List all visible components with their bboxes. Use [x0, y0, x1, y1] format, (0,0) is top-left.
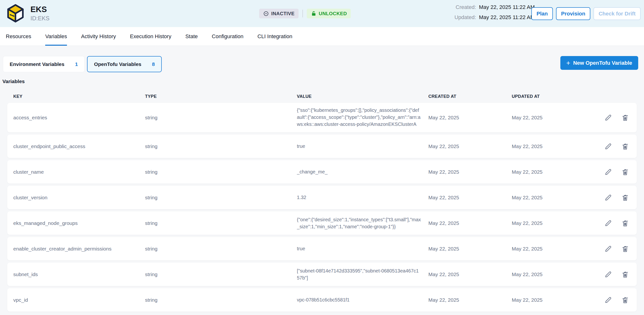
variable-updated-at: May 22, 2025	[512, 297, 582, 303]
edit-variable-button[interactable]	[604, 114, 612, 122]
column-header-created-at: CREATED AT	[428, 94, 512, 99]
edit-variable-button[interactable]	[604, 194, 612, 202]
variable-row: cluster_name string _change_me_ May 22, …	[7, 160, 637, 184]
variable-key: access_entries	[13, 115, 145, 121]
pencil-icon	[604, 245, 612, 253]
variable-type: string	[145, 297, 297, 303]
tab-environment-variables[interactable]: Environment Variables 1	[3, 56, 84, 72]
variable-created-at: May 22, 2025	[428, 143, 512, 149]
edit-variable-button[interactable]	[604, 270, 612, 279]
variable-type: string	[145, 220, 297, 226]
lock-status-badge: UNLOCKED	[307, 9, 351, 18]
plus-icon: +	[566, 60, 570, 66]
pencil-icon	[604, 194, 612, 202]
trash-icon	[621, 245, 629, 253]
tab-configuration[interactable]: Configuration	[212, 27, 244, 46]
trash-icon	[621, 219, 629, 227]
variable-created-at: May 22, 2025	[428, 272, 512, 277]
delete-variable-button[interactable]	[621, 114, 629, 122]
delete-variable-button[interactable]	[621, 168, 629, 176]
variable-updated-at: May 22, 2025	[512, 195, 582, 201]
variable-type-tabs: Environment Variables 1 OpenTofu Variabl…	[3, 56, 162, 72]
variable-created-at: May 22, 2025	[428, 195, 512, 201]
pencil-icon	[604, 114, 612, 122]
delete-variable-button[interactable]	[621, 296, 629, 304]
variable-row: access_entries string {"sso":{"kubernete…	[7, 103, 637, 132]
edit-variable-button[interactable]	[604, 245, 612, 253]
variable-type: string	[145, 169, 297, 175]
edit-variable-button[interactable]	[604, 296, 612, 304]
delete-variable-button[interactable]	[621, 270, 629, 279]
delete-variable-button[interactable]	[621, 219, 629, 227]
updated-label: Updated:	[454, 14, 476, 20]
variable-row: eks_managed_node_groups string {"one":{"…	[7, 211, 637, 235]
environment-meta: Created: May 22, 2025 11:22 AM Updated: …	[454, 4, 535, 20]
variable-updated-at: May 22, 2025	[512, 115, 582, 121]
unlock-icon	[311, 11, 317, 17]
pencil-icon	[604, 219, 612, 227]
environment-header: EKS ID:EKS INACTIVE UNLOCKED Created: Ma…	[0, 0, 644, 27]
variable-row: cluster_version string 1.32 May 22, 2025…	[7, 186, 637, 209]
updated-value: May 22, 2025 11:22 AM	[479, 14, 535, 20]
trash-icon	[621, 194, 629, 202]
tab-resources[interactable]: Resources	[6, 27, 31, 46]
check-for-drift-button[interactable]: Check for Drift	[594, 7, 640, 20]
variables-page: Environment Variables 1 OpenTofu Variabl…	[0, 46, 644, 312]
edit-variable-button[interactable]	[604, 142, 612, 150]
header-actions: Plan Provision Check for Drift	[531, 7, 640, 20]
pencil-icon	[604, 270, 612, 279]
variable-key: enable_cluster_creator_admin_permissions	[13, 246, 145, 252]
provision-button[interactable]: Provision	[556, 7, 590, 20]
tab-opentofu-variables[interactable]: OpenTofu Variables 8	[87, 56, 162, 72]
environment-variables-label: Environment Variables	[10, 61, 64, 67]
edit-variable-button[interactable]	[604, 219, 612, 227]
variable-type: string	[145, 115, 297, 121]
column-header-updated-at: UPDATED AT	[512, 94, 582, 99]
variable-row-actions	[604, 194, 631, 202]
environment-tabs: Resources Variables Activity History Exe…	[0, 27, 644, 46]
variable-key: subnet_ids	[13, 272, 145, 277]
pencil-icon	[604, 168, 612, 176]
trash-icon	[621, 270, 629, 279]
delete-variable-button[interactable]	[621, 142, 629, 150]
variable-key: eks_managed_node_groups	[13, 220, 145, 226]
variable-type: string	[145, 246, 297, 252]
plan-button[interactable]: Plan	[531, 7, 552, 20]
column-header-value: VALUE	[297, 94, 428, 99]
tab-cli-integration[interactable]: CLI Integration	[258, 27, 292, 46]
variable-row: subnet_ids string ["subnet-08f14e7142d33…	[7, 263, 637, 286]
tab-state[interactable]: State	[186, 27, 198, 46]
variable-row-actions	[604, 296, 631, 304]
variable-value: 1.32	[297, 194, 421, 201]
variable-created-at: May 22, 2025	[428, 297, 512, 303]
delete-variable-button[interactable]	[621, 194, 629, 202]
edit-variable-button[interactable]	[604, 168, 612, 176]
tab-activity-history[interactable]: Activity History	[81, 27, 116, 46]
trash-icon	[621, 168, 629, 176]
variable-value: {"sso":{"kubernetes_groups":[],"policy_a…	[297, 107, 421, 128]
opentofu-variables-label: OpenTofu Variables	[94, 61, 142, 67]
variable-row: cluster_endpoint_public_access string tr…	[7, 135, 637, 158]
badge-separator	[302, 10, 303, 17]
opentofu-cube-icon	[6, 3, 25, 23]
variable-row-actions	[604, 245, 631, 253]
environment-variables-count: 1	[75, 61, 78, 67]
tab-execution-history[interactable]: Execution History	[130, 27, 172, 46]
trash-icon	[621, 114, 629, 122]
status-badges: INACTIVE UNLOCKED	[259, 9, 351, 18]
new-opentofu-variable-button[interactable]: + New OpenTofu Variable	[560, 56, 638, 70]
circle-minus-icon	[263, 11, 269, 17]
pencil-icon	[604, 142, 612, 150]
delete-variable-button[interactable]	[621, 245, 629, 253]
variables-toolbar: Environment Variables 1 OpenTofu Variabl…	[0, 46, 644, 72]
trash-icon	[621, 296, 629, 304]
brand-text: EKS ID:EKS	[30, 4, 50, 22]
tab-variables[interactable]: Variables	[45, 27, 67, 46]
variable-updated-at: May 22, 2025	[512, 272, 582, 277]
variable-type: string	[145, 272, 297, 277]
variables-table-body: access_entries string {"sso":{"kubernete…	[0, 103, 644, 312]
variable-updated-at: May 22, 2025	[512, 143, 582, 149]
variable-updated-at: May 22, 2025	[512, 220, 582, 226]
variable-row: enable_cluster_creator_admin_permissions…	[7, 237, 637, 260]
variable-row-actions	[604, 114, 631, 122]
